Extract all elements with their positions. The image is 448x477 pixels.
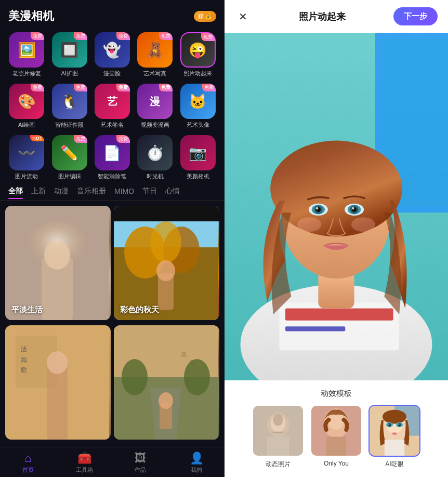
nav-toolbox-label: 工具箱	[76, 466, 93, 474]
card-2-label: 彩色的秋天	[120, 305, 159, 315]
svg-rect-5	[114, 206, 218, 221]
thumb-svg-1	[253, 405, 303, 457]
template-dynamic-photo[interactable]: 动态照片	[252, 405, 304, 469]
close-button[interactable]: ✕	[235, 9, 251, 24]
art-photo-label: 艺术写真	[143, 70, 166, 77]
feature-ai-expand[interactable]: 🔲 免费 AI扩图	[49, 32, 89, 77]
smart-erase-label: 智能消除笔	[98, 173, 126, 180]
tab-all[interactable]: 全部	[8, 187, 23, 198]
nav-home[interactable]: ⌂ 首页	[0, 447, 56, 477]
feature-old-photo[interactable]: 🖼️ 免费 老照片修复	[6, 32, 47, 77]
animate-photo-icon-wrap: 😜 免费	[180, 32, 216, 68]
feature-art-photo[interactable]: 🧸 免费 艺术写真	[135, 32, 175, 77]
id-photo-icon-wrap: 🐧 免费	[52, 84, 87, 119]
svg-text:我: 我	[181, 352, 187, 357]
tab-music[interactable]: 音乐相册	[77, 187, 106, 198]
card-3-art: 活 如 歌	[5, 325, 109, 440]
svg-text:歌: 歌	[21, 366, 27, 374]
tab-new[interactable]: 上新	[31, 187, 46, 198]
template-ai-blink[interactable]: AI眨眼	[368, 405, 420, 469]
tab-mood[interactable]: 心情	[165, 187, 180, 198]
tab-mimo[interactable]: MIMO	[114, 187, 134, 197]
content-card-2[interactable]: 彩色的秋天	[114, 206, 219, 320]
nav-toolbox[interactable]: 🧰 工具箱	[56, 447, 112, 477]
template-dynamic-thumb	[252, 405, 304, 457]
feature-smart-erase[interactable]: 📄 免费 智能消除笔	[92, 135, 133, 180]
photo-svg	[225, 33, 448, 380]
svg-point-11	[156, 260, 175, 281]
animate-photo-label: 照片动起来	[183, 70, 212, 77]
nav-home-label: 首页	[22, 466, 34, 474]
ai-draw-tag: 免费	[31, 84, 44, 91]
flow-img-icon: 〰️	[18, 144, 36, 162]
content-card-3[interactable]: 活 如 歌	[5, 325, 111, 440]
works-icon: 🖼	[135, 452, 146, 465]
nav-mine-label: 我的	[191, 466, 202, 474]
card-3-bg: 活 如 歌	[5, 325, 111, 440]
right-title: 照片动起来	[299, 10, 346, 23]
art-photo-icon-wrap: 🧸 免费	[137, 32, 173, 68]
content-card-4[interactable]: 我 们	[114, 325, 219, 440]
art-photo-icon: 🧸	[146, 42, 164, 59]
id-photo-label: 智能证件照	[55, 121, 84, 129]
feature-id-photo[interactable]: 🐧 免费 智能证件照	[49, 84, 89, 129]
nav-works[interactable]: 🖼 作品	[112, 447, 168, 477]
beauty-cam-icon-wrap: 📷	[180, 135, 216, 170]
svg-point-22	[122, 359, 148, 395]
thumb-svg-3	[370, 405, 419, 457]
feature-ai-draw[interactable]: 🎨 免费 AI绘画	[6, 84, 47, 129]
video-manga-label: 视频变漫画	[141, 121, 169, 129]
flow-img-icon-wrap: 〰️ HOT	[9, 135, 44, 170]
svg-rect-58	[326, 437, 346, 456]
earn-badge[interactable]: 赚 💰	[194, 11, 216, 22]
tab-holiday[interactable]: 节日	[142, 187, 157, 198]
art-avatar-icon-wrap: 🐱 免费	[180, 84, 216, 119]
flow-img-label: 图片流动	[15, 173, 38, 180]
svg-rect-53	[267, 437, 289, 456]
feature-beauty-cam[interactable]: 📷 美颜相机	[178, 135, 218, 180]
feature-grid-row1: 🖼️ 免费 老照片修复 🔲 免费 AI扩图 👻 免费 漫画脸 🧸 免费	[0, 28, 225, 82]
time-machine-icon: ⏱️	[146, 144, 164, 162]
svg-point-37	[270, 141, 402, 237]
feature-time-machine[interactable]: ⏱️ 时光机	[135, 135, 175, 180]
feature-manga-face[interactable]: 👻 免费 漫画脸	[92, 32, 133, 77]
feature-video-manga[interactable]: 漫 免费 视频变漫画	[135, 84, 175, 129]
svg-point-18	[47, 351, 68, 374]
svg-rect-34	[285, 326, 345, 331]
beauty-cam-label: 美颜相机	[187, 173, 209, 180]
svg-point-67	[388, 424, 389, 425]
template-ai-blink-thumb	[368, 405, 420, 457]
ai-expand-tag: 免费	[74, 32, 87, 40]
time-machine-label: 时光机	[147, 173, 164, 180]
ai-expand-label: AI扩图	[61, 70, 77, 77]
templates-title: 动效模板	[233, 389, 440, 399]
photo-area	[225, 33, 448, 380]
templates-row: 动态照片	[233, 405, 440, 469]
art-avatar-label: 艺术头像	[187, 121, 209, 129]
app-title: 美漫相机	[8, 8, 54, 24]
template-only-you[interactable]: Only You	[310, 405, 362, 469]
feature-edit-img[interactable]: ✏️ 免费 图片编辑	[49, 135, 89, 180]
mine-icon: 👤	[190, 452, 204, 465]
feature-art-avatar[interactable]: 🐱 免费 艺术头像	[178, 84, 218, 129]
tab-anime[interactable]: 动漫	[54, 187, 69, 198]
art-photo-tag: 免费	[159, 32, 173, 40]
art-sign-icon: 艺	[107, 95, 117, 109]
svg-text:活: 活	[21, 346, 27, 353]
card-2-art	[114, 206, 218, 320]
feature-flow-img[interactable]: 〰️ HOT 图片流动	[6, 135, 47, 180]
nav-mine[interactable]: 👤 我的	[168, 447, 225, 477]
next-button[interactable]: 下一步	[393, 7, 438, 25]
feature-animate-photo[interactable]: 😜 免费 照片动起来	[178, 32, 218, 77]
earn-label: 赚	[198, 12, 204, 20]
thumb-bg-1	[253, 406, 303, 456]
earn-icon: 💰	[205, 13, 212, 20]
feature-grid-row2: 🎨 免费 AI绘画 🐧 免费 智能证件照 艺 免费 艺术签名 漫 免费 视频变	[0, 80, 225, 133]
video-manga-icon-wrap: 漫 免费	[137, 84, 173, 119]
right-header: ✕ 照片动起来 下一步	[225, 0, 448, 33]
tabs-row: 全部 上新 动漫 音乐相册 MIMO 节日 心情	[0, 184, 225, 201]
svg-point-23	[184, 359, 210, 395]
svg-point-42	[316, 207, 319, 210]
feature-art-sign[interactable]: 艺 免费 艺术签名	[92, 84, 133, 129]
content-card-1[interactable]: 平淡生活	[5, 206, 111, 320]
